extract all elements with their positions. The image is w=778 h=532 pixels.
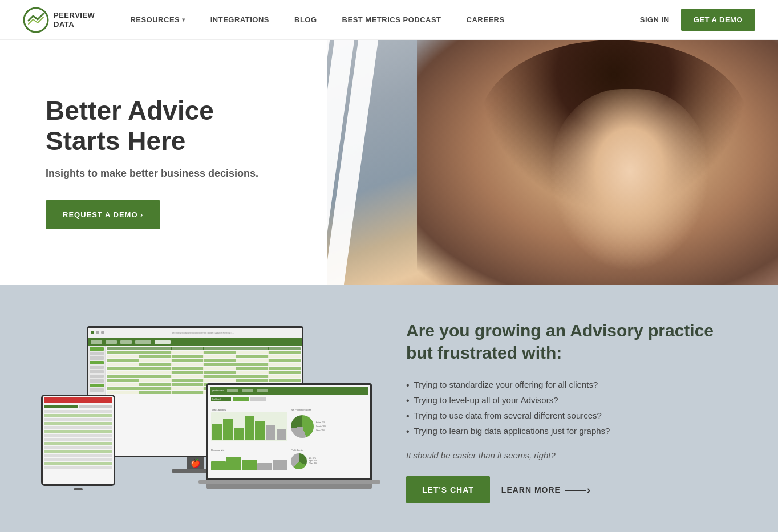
nav-item-careers[interactable]: CAREERS xyxy=(454,15,517,24)
diagonal-lines xyxy=(327,40,361,285)
arrow-icon: ——› xyxy=(565,484,591,496)
laptop-hinge xyxy=(198,480,380,484)
lets-chat-button[interactable]: LET'S CHAT xyxy=(406,476,490,503)
devices-area: peerview▸data | Dashboard | Profit Model… xyxy=(41,320,372,503)
nav-item-resources[interactable]: RESOURCES ▾ xyxy=(117,15,197,24)
tablet-screen xyxy=(41,395,115,486)
learn-more-link[interactable]: LEARN MORE ——› xyxy=(501,484,591,496)
section-inner: peerview▸data | Dashboard | Profit Model… xyxy=(18,319,760,503)
bullet-item-3: Trying to use data from several differen… xyxy=(406,408,737,424)
logo[interactable]: PEERVIEW DATA xyxy=(23,7,95,33)
nav-item-integrations[interactable]: INTEGRATIONS xyxy=(198,15,282,24)
nav-links: RESOURCES ▾ INTEGRATIONS BLOG BEST METRI… xyxy=(117,15,639,24)
hero-content: Better Advice Starts Here Insights to ma… xyxy=(0,62,314,263)
bullet-list: Trying to standardize your offering for … xyxy=(406,377,737,439)
bullet-item-1: Trying to standardize your offering for … xyxy=(406,377,737,393)
sign-in-link[interactable]: SIGN IN xyxy=(640,15,670,24)
get-demo-button[interactable]: GET A DEMO xyxy=(681,9,755,31)
chevron-down-icon: ▾ xyxy=(182,17,185,23)
monitor-stand: 🍎 xyxy=(187,457,204,469)
cta-buttons: LET'S CHAT LEARN MORE ——› xyxy=(406,476,737,503)
navbar: PEERVIEW DATA RESOURCES ▾ INTEGRATIONS B… xyxy=(0,0,778,40)
hero-subtitle: Insights to make better business decisio… xyxy=(46,168,268,180)
nav-right: SIGN IN GET A DEMO xyxy=(640,9,755,31)
logo-icon xyxy=(23,7,49,33)
right-content: Are you growing an Advisory practice but… xyxy=(395,319,737,503)
svg-point-0 xyxy=(24,8,48,32)
easier-text: It should be easier than it seems, right… xyxy=(406,450,737,460)
tablet xyxy=(41,395,115,497)
second-section: peerview▸data | Dashboard | Profit Model… xyxy=(0,285,778,532)
laptop-screen: peerview▸data Dashboard xyxy=(206,383,372,480)
hero-title: Better Advice Starts Here xyxy=(46,96,268,156)
logo-text: PEERVIEW DATA xyxy=(54,11,95,29)
laptop-base xyxy=(206,484,372,489)
nav-item-best-metrics-podcast[interactable]: BEST METRICS PODCAST xyxy=(330,15,454,24)
tablet-button xyxy=(74,488,83,490)
learn-more-label: LEARN MORE xyxy=(501,485,561,494)
section-heading: Are you growing an Advisory practice but… xyxy=(406,319,737,364)
hero-section: Better Advice Starts Here Insights to ma… xyxy=(0,40,778,285)
request-demo-button[interactable]: REQUEST A DEMO › xyxy=(46,200,160,229)
laptop: peerview▸data Dashboard xyxy=(206,383,372,503)
bullet-item-2: Trying to level-up all of your Advisors? xyxy=(406,393,737,408)
nav-item-blog[interactable]: BLOG xyxy=(282,15,330,24)
hero-image-area xyxy=(327,40,778,285)
bullet-item-4: Trying to learn big data applications ju… xyxy=(406,424,737,439)
